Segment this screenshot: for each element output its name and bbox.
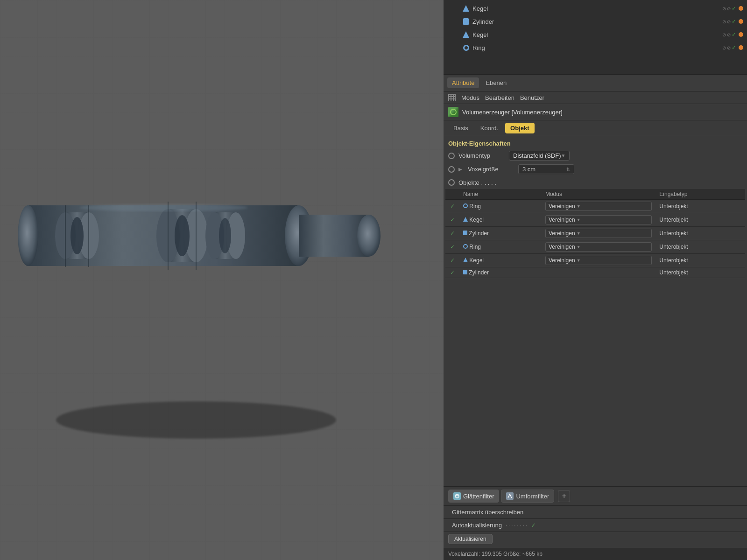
row-check-0[interactable]: ✓ bbox=[445, 200, 459, 213]
outliner-label-kegel-2: Kegel bbox=[472, 31, 488, 38]
row-name-2: Zylinder bbox=[459, 227, 542, 240]
row-check-5[interactable]: ✓ bbox=[445, 267, 459, 278]
row-modus-2[interactable]: Vereinigen ▼ bbox=[542, 227, 655, 240]
cylinder-icon bbox=[462, 18, 470, 25]
row-name-1: Kegel bbox=[459, 213, 542, 227]
outliner-icons-1: ⊘ ⊘ ✓ bbox=[722, 5, 743, 12]
objects-table: Name Modus Eingabetyp ✓ RingVereinigen ▼… bbox=[445, 189, 745, 278]
sub-tab-objekt[interactable]: Objekt bbox=[505, 123, 534, 133]
outliner-section: Kegel ⊘ ⊘ ✓ Zylinder ⊘ ⊘ ✓ Kegel bbox=[444, 0, 747, 75]
aktualisieren-btn[interactable]: Aktualisieren bbox=[448, 534, 493, 544]
row-modus-3[interactable]: Vereinigen ▼ bbox=[542, 240, 655, 254]
th-modus: Modus bbox=[542, 189, 655, 200]
grid-matrix-row: Gittermatrix überschreiben bbox=[444, 506, 747, 519]
objekte-radio[interactable] bbox=[448, 179, 455, 186]
check-icon: ✓ bbox=[732, 5, 736, 12]
row-check-1[interactable]: ✓ bbox=[445, 213, 459, 227]
outliner-label-zylinder: Zylinder bbox=[472, 18, 494, 25]
status-text: Voxelanzahl: 199.305 Größe: ~665 kb bbox=[448, 551, 543, 557]
voxelgrosse-row: ▶ Voxelgröße 3 cm ⇅ bbox=[444, 162, 747, 176]
render-icon-4: ⊘ bbox=[727, 45, 731, 50]
umformfilter-label: Umformfilter bbox=[516, 493, 549, 500]
svg-point-0 bbox=[56, 401, 336, 439]
tab-attribute[interactable]: Attribute bbox=[447, 77, 479, 88]
table-row[interactable]: ✓ ZylinderVereinigen ▼Unterobjekt bbox=[445, 227, 745, 240]
bearbeiten-label[interactable]: Bearbeiten bbox=[485, 94, 514, 101]
voxelgrosse-radio[interactable] bbox=[448, 166, 455, 173]
outliner-item-zylinder[interactable]: Zylinder ⊘ ⊘ ✓ bbox=[444, 15, 747, 28]
table-row[interactable]: ✓ ZylinderUnterobjekt bbox=[445, 267, 745, 278]
voxelgrosse-value[interactable]: 3 cm ⇅ bbox=[518, 164, 574, 174]
stepper-icon: ⇅ bbox=[566, 167, 570, 172]
row-modus-1[interactable]: Vereinigen ▼ bbox=[542, 213, 655, 227]
volumentyp-radio[interactable] bbox=[448, 153, 455, 159]
umformfilter-btn[interactable]: Umformfilter bbox=[501, 490, 554, 503]
row-modus-5 bbox=[542, 267, 655, 278]
visibility-icon: ⊘ bbox=[722, 6, 726, 11]
outliner-item-ring[interactable]: Ring ⊘ ⊘ ✓ bbox=[444, 41, 747, 54]
table-row[interactable]: ✓ KegelVereinigen ▼Unterobjekt bbox=[445, 213, 745, 227]
row-modus-4[interactable]: Vereinigen ▼ bbox=[542, 254, 655, 267]
color-dot-4 bbox=[739, 45, 743, 50]
row-modus-0[interactable]: Vereinigen ▼ bbox=[542, 200, 655, 213]
volume-icon bbox=[448, 107, 458, 117]
object-title: Volumenerzeuger [Volumenerzeuger] bbox=[462, 109, 563, 116]
properties-panel: Kegel ⊘ ⊘ ✓ Zylinder ⊘ ⊘ ✓ Kegel bbox=[444, 0, 747, 560]
sub-tabs: Basis Koord. Objekt bbox=[444, 120, 747, 136]
mode-row: Modus Bearbeiten Benutzer bbox=[444, 91, 747, 104]
check-icon-2: ✓ bbox=[732, 18, 736, 25]
outliner-item-kegel-1[interactable]: Kegel ⊘ ⊘ ✓ bbox=[444, 2, 747, 15]
main-tabs: Attribute Ebenen bbox=[444, 75, 747, 91]
table-row[interactable]: ✓ KegelVereinigen ▼Unterobjekt bbox=[445, 254, 745, 267]
outliner-label-ring: Ring bbox=[472, 44, 485, 51]
outliner-icons-3: ⊘ ⊘ ✓ bbox=[722, 31, 743, 38]
row-eingabe-4: Unterobjekt bbox=[655, 254, 745, 267]
row-eingabe-0: Unterobjekt bbox=[655, 200, 745, 213]
glatten-icon bbox=[453, 492, 461, 500]
row-check-4[interactable]: ✓ bbox=[445, 254, 459, 267]
row-check-3[interactable]: ✓ bbox=[445, 240, 459, 254]
volumentyp-value[interactable]: Distanzfeld (SDF) ▼ bbox=[509, 151, 570, 161]
svg-point-16 bbox=[219, 218, 231, 253]
table-row[interactable]: ✓ RingVereinigen ▼Unterobjekt bbox=[445, 200, 745, 213]
ring-icon bbox=[462, 44, 470, 51]
outliner-label-kegel-1: Kegel bbox=[472, 5, 488, 12]
row-name-3: Ring bbox=[459, 240, 542, 254]
outliner-icons-4: ⊘ ⊘ ✓ bbox=[722, 44, 743, 51]
voxelgrosse-label: Voxelgröße bbox=[468, 166, 514, 173]
outliner-item-kegel-2[interactable]: Kegel ⊘ ⊘ ✓ bbox=[444, 28, 747, 41]
benutzer-label[interactable]: Benutzer bbox=[520, 94, 544, 101]
svg-point-18 bbox=[357, 215, 381, 257]
color-dot-3 bbox=[739, 32, 743, 37]
table-row[interactable]: ✓ RingVereinigen ▼Unterobjekt bbox=[445, 240, 745, 254]
sub-tab-koord[interactable]: Koord. bbox=[475, 123, 503, 133]
3d-viewport[interactable] bbox=[0, 0, 444, 560]
mode-label[interactable]: Modus bbox=[461, 94, 479, 101]
section-title: Objekt-Eigenschaften bbox=[444, 136, 747, 149]
add-filter-btn[interactable]: + bbox=[558, 490, 570, 502]
tab-ebenen[interactable]: Ebenen bbox=[481, 77, 511, 88]
render-icon-2: ⊘ bbox=[727, 19, 731, 24]
render-icon-3: ⊘ bbox=[727, 32, 731, 37]
autoupdate-dots: · · · · · · · · bbox=[506, 523, 527, 528]
glattenfilter-label: Glättenfilter bbox=[463, 493, 494, 500]
row-name-0: Ring bbox=[459, 200, 542, 213]
row-check-2[interactable]: ✓ bbox=[445, 227, 459, 240]
row-eingabe-2: Unterobjekt bbox=[655, 227, 745, 240]
objects-table-container: Name Modus Eingabetyp ✓ RingVereinigen ▼… bbox=[444, 189, 747, 278]
sub-tab-basis[interactable]: Basis bbox=[448, 123, 473, 133]
properties-section: Objekt-Eigenschaften Volumentyp Distanzf… bbox=[444, 136, 747, 486]
grid-icon bbox=[448, 94, 456, 101]
color-dot bbox=[739, 6, 743, 11]
autoupdate-row: Autoaktualisierung · · · · · · · · ✓ bbox=[444, 519, 747, 532]
triangle-icon: ▶ bbox=[458, 167, 462, 172]
autoupdate-check: ✓ bbox=[531, 522, 536, 529]
row-name-4: Kegel bbox=[459, 254, 542, 267]
aktualisieren-row: Aktualisieren bbox=[444, 532, 747, 548]
volumentyp-label: Volumentyp bbox=[458, 152, 505, 159]
svg-point-19 bbox=[79, 204, 247, 211]
visibility-icon-3: ⊘ bbox=[722, 32, 726, 37]
row-eingabe-5: Unterobjekt bbox=[655, 267, 745, 278]
glattenfilter-btn[interactable]: Glättenfilter bbox=[448, 490, 499, 503]
th-check bbox=[445, 189, 459, 200]
